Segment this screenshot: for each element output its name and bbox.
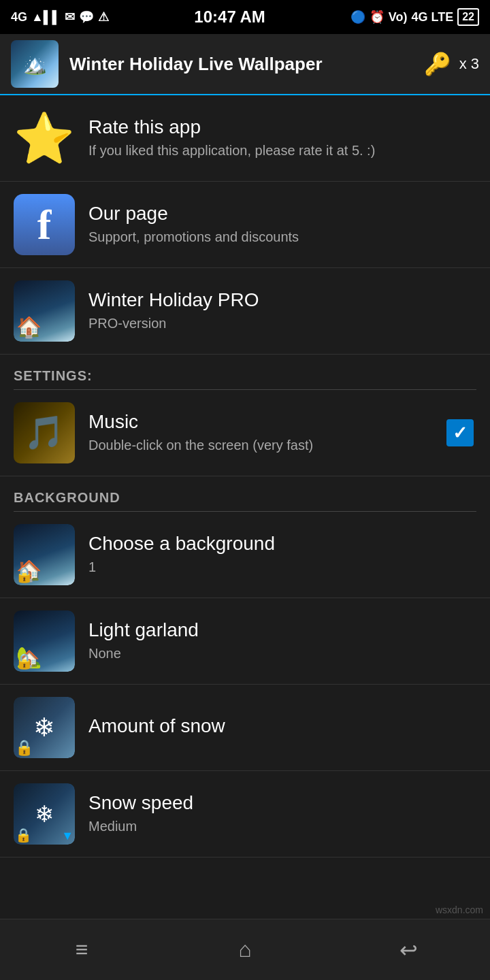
watermark: wsxdn.com bbox=[436, 904, 483, 915]
rate-app-item[interactable]: ⭐ Rate this app If you liked this applic… bbox=[0, 95, 490, 182]
winter-pro-icon: 🏠 bbox=[14, 280, 75, 342]
snow-speed-icon: ❄ 🔒 ▼ bbox=[14, 783, 75, 845]
amount-snow-icon: ❄ 🔒 bbox=[14, 697, 75, 758]
amount-snow-text: Amount of snow bbox=[88, 715, 476, 740]
app-icon: 🏔️ bbox=[11, 40, 59, 88]
key-icon[interactable]: 🔑 bbox=[424, 51, 451, 77]
our-page-text: Our page Support, promotions and discoun… bbox=[88, 203, 476, 246]
status-time: 10:47 AM bbox=[194, 7, 265, 27]
bottom-nav: ≡ ⌂ ↩ bbox=[0, 919, 490, 980]
choose-bg-subtitle: 1 bbox=[88, 557, 476, 576]
winter-pro-item[interactable]: 🏠 Winter Holiday PRO PRO-version bbox=[0, 268, 490, 355]
light-garland-subtitle: None bbox=[88, 644, 476, 663]
app-thumbnail: 🏔️ bbox=[11, 40, 59, 88]
check-mark-icon: ✓ bbox=[453, 423, 468, 444]
music-checkbox-wrap[interactable]: ✓ bbox=[444, 416, 476, 449]
lte-icon: 4G LTE bbox=[412, 10, 454, 24]
amount-snow-title: Amount of snow bbox=[88, 715, 476, 737]
back-icon: ↩ bbox=[399, 937, 418, 963]
winter-pro-subtitle: PRO-version bbox=[88, 314, 476, 333]
our-page-item[interactable]: f Our page Support, promotions and disco… bbox=[0, 182, 490, 268]
signal-voip: Vo) bbox=[389, 10, 408, 24]
signal-bars: ▲▌▌ bbox=[31, 10, 61, 24]
light-garland-text: Light garland None bbox=[88, 619, 476, 663]
music-icon: 🎵 bbox=[14, 402, 75, 463]
background-header: BACKGROUND bbox=[0, 476, 490, 511]
our-page-title: Our page bbox=[88, 203, 476, 225]
app-title: Winter Holiday Live Wallpaper bbox=[69, 54, 413, 75]
star-icon-wrap: ⭐ bbox=[14, 108, 75, 169]
signal-4g: 4G bbox=[11, 10, 27, 24]
battery-indicator: 22 bbox=[457, 8, 479, 26]
snow-speed-subtitle: Medium bbox=[88, 817, 476, 836]
rate-app-text: Rate this app If you liked this applicat… bbox=[88, 116, 476, 160]
rate-app-subtitle: If you liked this application, please ra… bbox=[88, 141, 476, 160]
chat-icon: 💬 bbox=[79, 10, 94, 24]
music-text: Music Double-click on the screen (very f… bbox=[88, 411, 430, 455]
alert-icon: ⚠ bbox=[98, 10, 109, 24]
bluetooth-icon: 🔵 bbox=[350, 10, 365, 24]
rate-app-title: Rate this app bbox=[88, 116, 476, 138]
winter-pro-title: Winter Holiday PRO bbox=[88, 289, 476, 311]
facebook-icon: f bbox=[14, 194, 75, 255]
nav-menu-button[interactable]: ≡ bbox=[54, 930, 109, 970]
music-title: Music bbox=[88, 411, 430, 433]
home-icon: ⌂ bbox=[238, 937, 251, 962]
snow-speed-title: Snow speed bbox=[88, 792, 476, 814]
snow-speed-item[interactable]: ❄ 🔒 ▼ Snow speed Medium bbox=[0, 771, 490, 858]
settings-header: SETTINGS: bbox=[0, 355, 490, 389]
choose-bg-title: Choose a background bbox=[88, 533, 476, 555]
choose-bg-text: Choose a background 1 bbox=[88, 533, 476, 576]
winter-pro-text: Winter Holiday PRO PRO-version bbox=[88, 289, 476, 333]
nav-back-button[interactable]: ↩ bbox=[381, 930, 436, 970]
star-icon: ⭐ bbox=[14, 110, 75, 167]
status-right: 🔵 ⏰ Vo) 4G LTE 22 bbox=[350, 8, 479, 26]
snow-speed-text: Snow speed Medium bbox=[88, 792, 476, 836]
light-garland-item[interactable]: 🏡 🔒 Light garland None bbox=[0, 598, 490, 685]
status-left: 4G ▲▌▌ ✉ 💬 ⚠ bbox=[11, 10, 109, 24]
key-count: x 3 bbox=[459, 55, 479, 73]
app-bar-actions: 🔑 x 3 bbox=[424, 51, 479, 77]
music-checkbox[interactable]: ✓ bbox=[446, 419, 474, 446]
choose-bg-icon: 🏠 🔒 bbox=[14, 524, 75, 585]
light-garland-title: Light garland bbox=[88, 619, 476, 641]
alarm-icon: ⏰ bbox=[370, 10, 385, 24]
status-bar: 4G ▲▌▌ ✉ 💬 ⚠ 10:47 AM 🔵 ⏰ Vo) 4G LTE 22 bbox=[0, 0, 490, 34]
app-bar: 🏔️ Winter Holiday Live Wallpaper 🔑 x 3 bbox=[0, 34, 490, 95]
light-garland-icon: 🏡 🔒 bbox=[14, 610, 75, 672]
content-area: ⭐ Rate this app If you liked this applic… bbox=[0, 95, 490, 919]
amount-snow-item[interactable]: ❄ 🔒 Amount of snow bbox=[0, 685, 490, 771]
choose-background-item[interactable]: 🏠 🔒 Choose a background 1 bbox=[0, 512, 490, 598]
nav-home-button[interactable]: ⌂ bbox=[218, 930, 272, 970]
music-item[interactable]: 🎵 Music Double-click on the screen (very… bbox=[0, 390, 490, 476]
menu-icon: ≡ bbox=[76, 937, 88, 962]
music-subtitle: Double-click on the screen (very fast) bbox=[88, 436, 430, 455]
our-page-subtitle: Support, promotions and discounts bbox=[88, 227, 476, 246]
email-icon: ✉ bbox=[65, 10, 75, 24]
